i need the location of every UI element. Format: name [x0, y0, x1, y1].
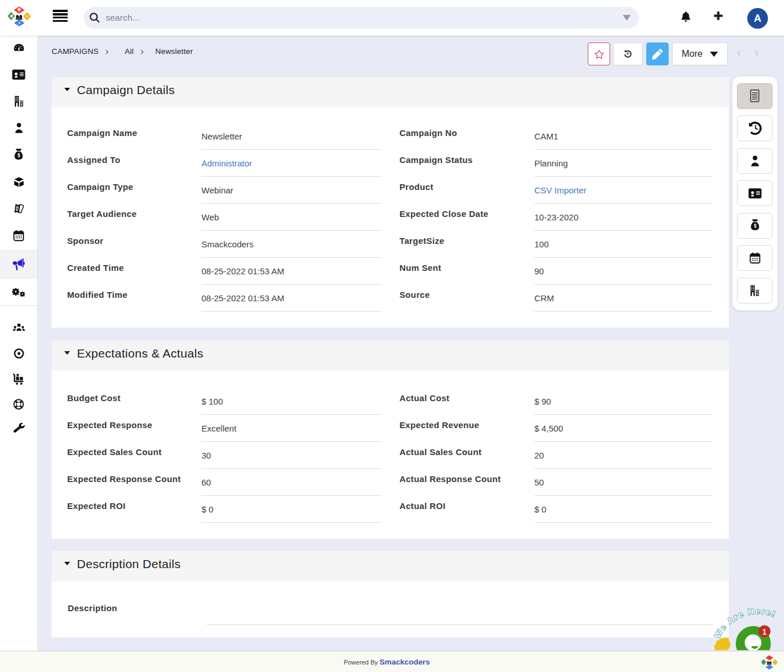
svg-text:1: 1 — [762, 627, 767, 636]
